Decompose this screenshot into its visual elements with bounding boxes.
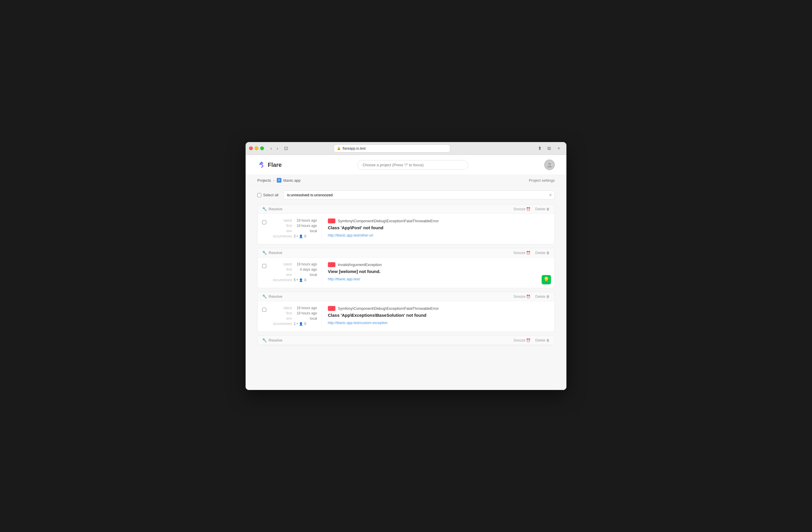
snooze-button[interactable]: Snooze ⏰ bbox=[513, 251, 531, 255]
meta-first-label: first bbox=[272, 311, 292, 315]
snooze-icon: ⏰ bbox=[526, 338, 531, 342]
svg-point-0 bbox=[548, 163, 551, 165]
meta-env-row: env local bbox=[274, 229, 317, 233]
url-bar[interactable]: 🔒 flareapp.io.test bbox=[334, 144, 450, 153]
resolve-link[interactable]: Resolve bbox=[269, 338, 282, 342]
exception-badge: 🚫 bbox=[328, 306, 335, 311]
breadcrumb-bar: Projects › F titanic.app Project setting… bbox=[246, 175, 566, 186]
meta-env-label: env bbox=[272, 316, 292, 320]
delete-button[interactable]: Delete 🗑 bbox=[535, 294, 550, 299]
close-button[interactable] bbox=[249, 146, 253, 150]
meta-env-row: env local bbox=[274, 273, 317, 277]
filter-bar: Select all × bbox=[257, 190, 555, 200]
card-header: 🔧 Resolve Snooze ⏰ Delete 🗑 bbox=[258, 248, 554, 258]
meta-latest-value: 19 hours ago bbox=[294, 262, 317, 266]
delete-button[interactable]: Delete 🗑 bbox=[535, 338, 550, 342]
project-favicon: F bbox=[277, 178, 281, 183]
breadcrumb-project: F titanic.app bbox=[277, 178, 301, 183]
url-text: flareapp.io.test bbox=[343, 146, 366, 150]
titlebar-actions: ⬆ ⧉ ＋ bbox=[536, 145, 563, 152]
exception-type-name: Symfony\Component\Debug\Exception\FatalT… bbox=[338, 306, 439, 311]
select-all-checkbox[interactable] bbox=[257, 193, 261, 197]
project-search[interactable] bbox=[293, 160, 533, 170]
meta-latest-row: latest 19 hours ago bbox=[274, 218, 317, 222]
project-settings-link[interactable]: Project settings bbox=[529, 178, 555, 183]
card-meta: latest 19 hours ago first 19 hours ago e… bbox=[269, 301, 322, 332]
card-header: 🔧 Resolve Snooze ⏰ Delete 🗑 bbox=[258, 336, 554, 345]
snooze-icon: ⏰ bbox=[526, 207, 531, 211]
card-header-left: 🔧 Resolve bbox=[262, 294, 282, 299]
resolve-link[interactable]: Resolve bbox=[269, 250, 282, 255]
snooze-button[interactable]: Snooze ⏰ bbox=[513, 294, 531, 299]
badge-icon: 🚫 bbox=[330, 306, 334, 310]
maximize-button[interactable] bbox=[260, 146, 264, 150]
exception-url[interactable]: http://titanic.app.test/other-url bbox=[328, 233, 373, 238]
add-button[interactable]: ＋ bbox=[555, 145, 563, 152]
meta-occurrences-label: occurrences bbox=[272, 322, 292, 326]
browser-window: ‹ › ⊡ 🔒 flareapp.io.test ⬆ ⧉ ＋ Flare bbox=[246, 142, 566, 390]
share-button[interactable]: ⬆ bbox=[536, 145, 543, 152]
error-card: 🔧 Resolve Snooze ⏰ Delete 🗑 latest 19 ho… bbox=[257, 292, 555, 332]
exception-message: Class 'App\Exceptions\BaseSolution' not … bbox=[328, 313, 549, 318]
resolve-link[interactable]: Resolve bbox=[269, 207, 282, 211]
exception-url[interactable]: http://titanic.app.test/ bbox=[328, 277, 360, 281]
snooze-button[interactable]: Snooze ⏰ bbox=[513, 207, 531, 211]
nav-buttons: ‹ › bbox=[269, 145, 280, 152]
card-header-right: Snooze ⏰ Delete 🗑 bbox=[513, 251, 550, 255]
new-tab-button[interactable]: ⧉ bbox=[546, 145, 552, 152]
card-checkbox-col bbox=[258, 214, 269, 244]
minimize-button[interactable] bbox=[255, 146, 258, 150]
breadcrumb-separator: › bbox=[273, 178, 274, 183]
delete-button[interactable]: Delete 🗑 bbox=[535, 251, 550, 255]
exception-url[interactable]: http://titanic.app.test/custom-exception bbox=[328, 321, 388, 325]
logo[interactable]: Flare bbox=[257, 161, 282, 169]
meta-occurrences-label: occurrences bbox=[272, 278, 292, 282]
resolve-link[interactable]: Resolve bbox=[269, 294, 282, 299]
meta-first-row: first 19 hours ago bbox=[274, 311, 317, 315]
exception-type-name: Symfony\Component\Debug\Exception\FatalT… bbox=[338, 219, 439, 223]
snooze-button[interactable]: Snooze ⏰ bbox=[513, 338, 531, 342]
meta-latest-row: latest 19 hours ago bbox=[274, 262, 317, 266]
exception-message: Class 'App\Post' not found bbox=[328, 225, 549, 230]
exception-badge: 🚫 bbox=[328, 262, 335, 267]
wrench-icon: 🔧 bbox=[262, 338, 267, 342]
forward-button[interactable]: › bbox=[275, 145, 280, 152]
meta-first-value: 19 hours ago bbox=[294, 224, 317, 228]
breadcrumb-projects[interactable]: Projects bbox=[257, 178, 271, 183]
error-card: 🔧 Resolve Snooze ⏰ Delete 🗑 latest 19 ho… bbox=[257, 248, 555, 288]
card-header-right: Snooze ⏰ Delete 🗑 bbox=[513, 207, 550, 211]
meta-env-label: env bbox=[272, 273, 292, 277]
meta-occurrences-row: occurrences 5 • 👤0 bbox=[274, 278, 317, 282]
snooze-icon: ⏰ bbox=[526, 294, 531, 299]
card-body: latest 19 hours ago first 19 hours ago e… bbox=[258, 214, 554, 244]
meta-occurrences-label: occurrences bbox=[272, 234, 292, 238]
lightbulb-icon: 💡 bbox=[543, 276, 550, 283]
exception-type-row: 🚫 Symfony\Component\Debug\Exception\Fata… bbox=[328, 218, 549, 224]
filter-clear-button[interactable]: × bbox=[549, 193, 552, 198]
sidebar-toggle-button[interactable]: ⊡ bbox=[282, 145, 290, 152]
error-checkbox[interactable] bbox=[262, 220, 266, 224]
error-card: 🔧 Resolve Snooze ⏰ Delete 🗑 latest 19 ho… bbox=[257, 204, 555, 244]
user-avatar[interactable] bbox=[544, 160, 555, 170]
meta-latest-label: latest bbox=[272, 306, 292, 310]
exception-type-row: 🚫 Symfony\Component\Debug\Exception\Fata… bbox=[328, 306, 549, 311]
project-search-input[interactable] bbox=[358, 160, 468, 170]
solution-badge[interactable]: 💡 bbox=[542, 275, 551, 284]
filter-input-wrapper: × bbox=[283, 190, 555, 200]
error-checkbox[interactable] bbox=[262, 264, 266, 268]
select-all-label[interactable]: Select all bbox=[263, 193, 278, 197]
card-header-right: Snooze ⏰ Delete 🗑 bbox=[513, 294, 550, 299]
filter-input[interactable] bbox=[283, 190, 555, 200]
back-button[interactable]: ‹ bbox=[269, 145, 274, 152]
card-header-left: 🔧 Resolve bbox=[262, 207, 282, 211]
app-content: Flare Projects › F titanic.app bbox=[246, 155, 566, 390]
meta-occurrences-value: 5 • 👤0 bbox=[294, 278, 317, 282]
card-details: 🚫 InvalidArgumentException View [welome]… bbox=[322, 258, 554, 288]
card-meta: latest 19 hours ago first 19 hours ago e… bbox=[269, 214, 322, 244]
delete-button[interactable]: Delete 🗑 bbox=[535, 207, 550, 211]
error-checkbox[interactable] bbox=[262, 308, 266, 312]
meta-latest-value: 19 hours ago bbox=[294, 306, 317, 310]
meta-first-value: 19 hours ago bbox=[294, 311, 317, 315]
error-cards-container: 🔧 Resolve Snooze ⏰ Delete 🗑 latest 19 ho… bbox=[257, 204, 555, 345]
card-details: 🚫 Symfony\Component\Debug\Exception\Fata… bbox=[322, 301, 554, 332]
